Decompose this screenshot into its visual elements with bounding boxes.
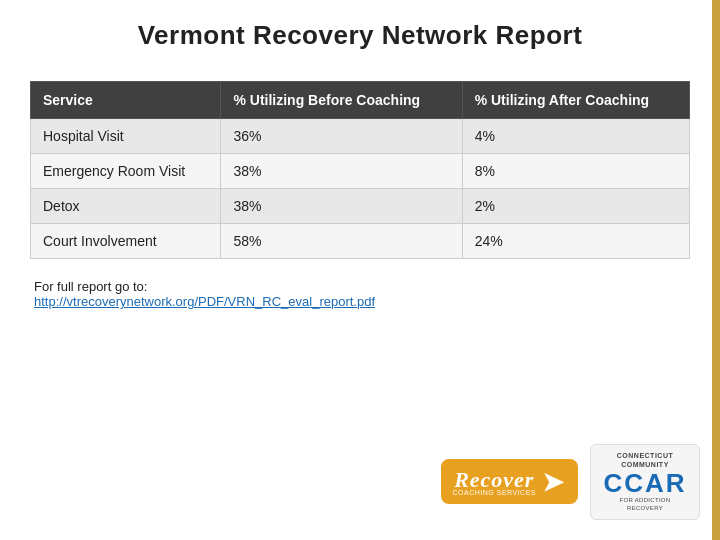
table-row: Detox38%2% bbox=[31, 189, 690, 224]
logos-container: Recover COACHING SERVICES ➤ CONNECTICUT … bbox=[441, 444, 700, 520]
col-header-service: Service bbox=[31, 82, 221, 119]
data-table: Service % Utilizing Before Coaching % Ut… bbox=[30, 81, 690, 259]
footnote-link[interactable]: http://vtrecoverynetwork.org/PDF/VRN_RC_… bbox=[34, 294, 375, 309]
ccar-main-text: CCAR bbox=[603, 469, 686, 498]
table-cell: 4% bbox=[462, 119, 689, 154]
table-cell: Court Involvement bbox=[31, 224, 221, 259]
recover-sub: COACHING SERVICES bbox=[453, 489, 536, 496]
col-header-before: % Utilizing Before Coaching bbox=[221, 82, 462, 119]
ccar-bottom-text: FOR ADDICTION RECOVERY bbox=[601, 497, 689, 513]
footnote-label: For full report go to: bbox=[34, 279, 147, 294]
ccar-logo: CONNECTICUT COMMUNITY CCAR FOR ADDICTION… bbox=[590, 444, 700, 520]
table-cell: Hospital Visit bbox=[31, 119, 221, 154]
ccar-top-text: CONNECTICUT COMMUNITY bbox=[601, 451, 689, 469]
table-cell: Emergency Room Visit bbox=[31, 154, 221, 189]
table-cell: 2% bbox=[462, 189, 689, 224]
table-cell: 36% bbox=[221, 119, 462, 154]
table-row: Emergency Room Visit38%8% bbox=[31, 154, 690, 189]
table-cell: 24% bbox=[462, 224, 689, 259]
recover-arrow-icon: ➤ bbox=[542, 469, 564, 495]
table-cell: 38% bbox=[221, 189, 462, 224]
data-table-container: Service % Utilizing Before Coaching % Ut… bbox=[30, 81, 690, 259]
table-cell: 8% bbox=[462, 154, 689, 189]
table-cell: 58% bbox=[221, 224, 462, 259]
page-title: Vermont Recovery Network Report bbox=[30, 20, 690, 51]
table-row: Hospital Visit36%4% bbox=[31, 119, 690, 154]
footnote: For full report go to: http://vtrecovery… bbox=[30, 279, 690, 309]
table-cell: 38% bbox=[221, 154, 462, 189]
page: Vermont Recovery Network Report Service … bbox=[0, 0, 720, 540]
right-border-decoration bbox=[712, 0, 720, 540]
table-header-row: Service % Utilizing Before Coaching % Ut… bbox=[31, 82, 690, 119]
recover-logo: Recover COACHING SERVICES ➤ bbox=[441, 459, 578, 504]
col-header-after: % Utilizing After Coaching bbox=[462, 82, 689, 119]
table-cell: Detox bbox=[31, 189, 221, 224]
table-body: Hospital Visit36%4%Emergency Room Visit3… bbox=[31, 119, 690, 259]
table-row: Court Involvement58%24% bbox=[31, 224, 690, 259]
